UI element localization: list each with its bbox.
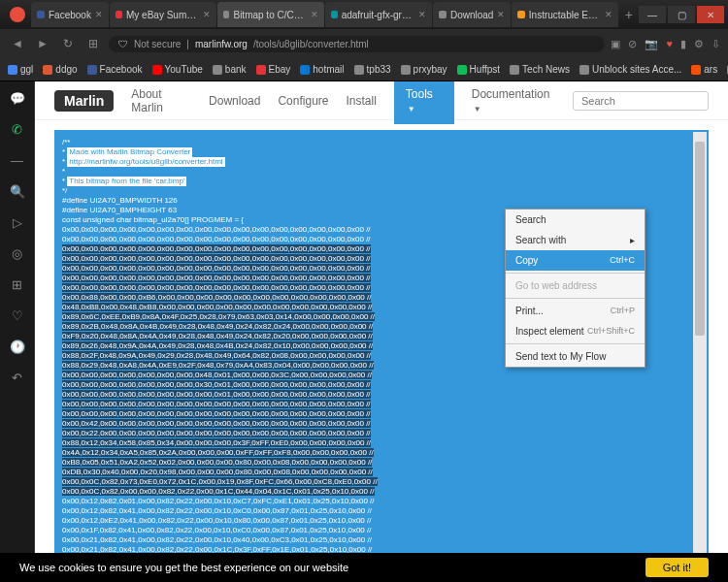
context-menu-item[interactable]: Search with▸ xyxy=(506,230,645,250)
reload-button[interactable]: ↻ xyxy=(58,37,78,50)
context-menu-item[interactable]: Search xyxy=(506,210,645,230)
browser-tab[interactable]: Facebook✕ xyxy=(31,2,109,27)
window-controls: — ▢ ✕ xyxy=(639,6,724,23)
shield-icon: 🛡 xyxy=(118,39,128,49)
nav-link[interactable]: Documentation ▼ xyxy=(472,87,555,114)
bookmark-favicon xyxy=(43,65,52,75)
bookmark-favicon xyxy=(354,65,364,75)
minimize-button[interactable]: — xyxy=(639,6,666,23)
sidebar-toggle-icon[interactable]: ▮ xyxy=(680,38,686,50)
nav-link[interactable]: Download xyxy=(209,94,260,108)
tab-close-icon[interactable]: ✕ xyxy=(95,10,103,19)
favicon xyxy=(223,11,230,18)
tab-close-icon[interactable]: ✕ xyxy=(605,10,612,19)
cookie-text: We use cookies to ensure you get the bes… xyxy=(19,562,348,573)
search-icon[interactable]: 🔍 xyxy=(9,182,26,200)
bookmark-item[interactable]: YouTube xyxy=(152,64,203,75)
context-menu-item: Go to web address xyxy=(506,275,645,296)
bookmark-item[interactable]: Unblock sites Acce... xyxy=(579,64,681,75)
cookie-accept-button[interactable]: Got it! xyxy=(645,558,709,577)
search-input[interactable] xyxy=(573,91,709,111)
browser-tab[interactable]: Bitmap to C/C++ C...✕ xyxy=(217,2,324,27)
tab-close-icon[interactable]: ✕ xyxy=(203,10,211,19)
bookmark-favicon xyxy=(691,65,701,75)
back-icon[interactable]: ↶ xyxy=(9,369,26,386)
bookmark-item[interactable]: Huffpst xyxy=(457,64,501,75)
favicon xyxy=(116,11,122,18)
opera-icon[interactable] xyxy=(10,7,25,22)
back-button[interactable]: ◄ xyxy=(8,37,27,50)
bookmark-item[interactable]: bank xyxy=(213,64,247,75)
url-input[interactable]: 🛡 Not secure | marlinfw.org/tools/u8glib… xyxy=(109,36,605,52)
bookmark-item[interactable]: Ebay xyxy=(256,64,291,75)
snapshot-icon[interactable]: ◎ xyxy=(9,244,26,262)
history-icon[interactable]: 🕐 xyxy=(9,338,26,355)
camera-icon[interactable]: 📷 xyxy=(645,38,658,50)
scrollbar[interactable] xyxy=(693,132,707,553)
browser-tab[interactable]: My eBay Summary✕ xyxy=(110,2,216,27)
window-titlebar: Facebook✕My eBay Summary✕Bitmap to C/C++… xyxy=(0,0,728,29)
site-navigation: Marlin About MarlinDownloadConfigureInst… xyxy=(35,81,728,120)
scroll-thumb[interactable] xyxy=(695,142,705,336)
bookmark-item[interactable]: Tech News xyxy=(510,64,570,75)
bookmark-item[interactable]: hotmail xyxy=(300,64,344,75)
speed-dial-button[interactable]: ⊞ xyxy=(83,37,103,50)
favicon xyxy=(331,11,338,18)
forward-button[interactable]: ► xyxy=(33,37,52,50)
easy-setup-icon[interactable]: ⚙ xyxy=(694,38,704,50)
downloads-icon[interactable]: ⇩ xyxy=(711,38,720,50)
bookmark-favicon xyxy=(213,65,222,75)
bookmark-item[interactable]: Facebook xyxy=(87,64,143,75)
context-menu: SearchSearch with▸CopyCtrl+CGo to web ad… xyxy=(505,209,645,368)
extension-icon[interactable]: ▣ xyxy=(611,38,620,50)
bookmark-item[interactable]: prxybay xyxy=(401,64,447,75)
bookmark-favicon xyxy=(579,65,589,75)
messenger-icon[interactable]: 💬 xyxy=(9,89,26,107)
bookmark-favicon xyxy=(8,65,17,75)
nav-link[interactable]: About Marlin xyxy=(131,87,191,114)
tab-close-icon[interactable]: ✕ xyxy=(497,10,505,19)
bookmark-favicon xyxy=(401,65,411,75)
tab-close-icon[interactable]: ✕ xyxy=(311,10,318,19)
browser-tab[interactable]: Download✕ xyxy=(433,2,511,27)
tab-close-icon[interactable]: ✕ xyxy=(418,10,426,19)
blocker-icon[interactable]: ⊘ xyxy=(628,38,637,50)
nav-link[interactable]: Configure xyxy=(278,94,328,108)
bookmark-favicon xyxy=(510,65,519,75)
context-menu-item[interactable]: Print...Ctrl+P xyxy=(506,301,645,321)
url-path: /tools/u8glib/converter.html xyxy=(253,39,369,49)
chevron-down-icon: ▼ xyxy=(408,105,415,113)
heart-icon[interactable]: ♡ xyxy=(9,307,26,324)
bookmarks-bar: gglddgoFacebookYouTubebankEbayhotmailtpb… xyxy=(0,58,728,81)
favicon xyxy=(517,11,524,18)
bookmark-favicon xyxy=(457,65,467,75)
bookmark-item[interactable]: ggl xyxy=(8,64,33,75)
browser-tab[interactable]: Instructable Editor✕ xyxy=(512,2,618,27)
marlin-logo[interactable]: Marlin xyxy=(54,90,114,112)
bookmark-favicon xyxy=(300,65,310,75)
bookmark-item[interactable]: ars xyxy=(691,64,717,75)
address-bar: ◄ ► ↻ ⊞ 🛡 Not secure | marlinfw.org/tool… xyxy=(0,29,728,58)
favicon xyxy=(37,11,45,18)
cookie-banner: We use cookies to ensure you get the bes… xyxy=(0,553,728,582)
bookmark-item[interactable]: tpb33 xyxy=(354,64,391,75)
maximize-button[interactable]: ▢ xyxy=(668,6,695,23)
opera-sidebar: 💬 ✆ — 🔍 ▷ ◎ ⊞ ♡ 🕐 ↶ ⋯ xyxy=(0,81,35,582)
bookmark-favicon xyxy=(87,65,97,75)
context-menu-item[interactable]: Send text to My Flow xyxy=(506,346,645,367)
context-menu-item[interactable]: CopyCtrl+C xyxy=(506,250,645,271)
flow-icon[interactable]: ▷ xyxy=(9,213,26,231)
bookmark-heart-icon[interactable]: ♥ xyxy=(666,38,673,50)
nav-link[interactable]: Install xyxy=(346,94,376,108)
context-menu-item[interactable]: Inspect elementCtrl+Shift+C xyxy=(506,321,645,341)
nav-link[interactable]: Tools ▼ xyxy=(394,81,454,124)
browser-tab[interactable]: adafruit-gfx-graphi...✕ xyxy=(325,2,432,27)
whatsapp-icon[interactable]: ✆ xyxy=(9,120,26,138)
chevron-down-icon: ▼ xyxy=(474,105,481,113)
new-tab-button[interactable]: + xyxy=(619,7,639,22)
bookmark-favicon xyxy=(152,65,162,75)
bookmark-favicon xyxy=(256,65,266,75)
close-button[interactable]: ✕ xyxy=(697,6,724,23)
bookmark-item[interactable]: ddgo xyxy=(43,64,77,75)
workspaces-icon[interactable]: ⊞ xyxy=(9,275,26,293)
